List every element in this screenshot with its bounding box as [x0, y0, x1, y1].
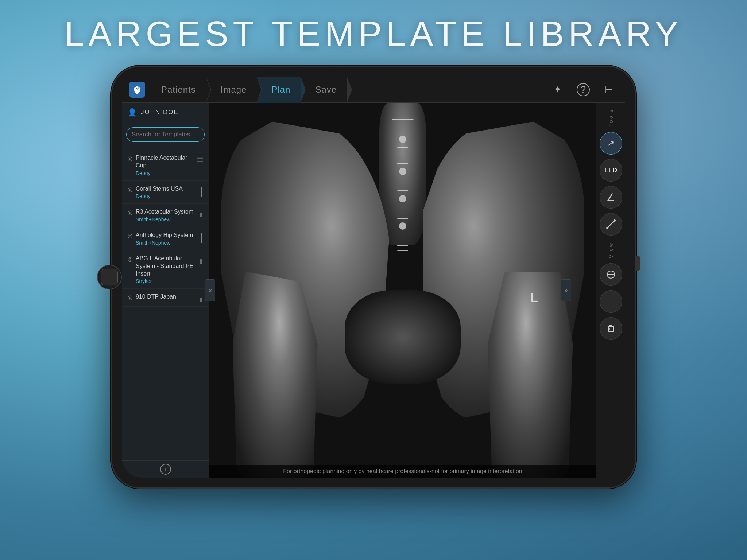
tools-panel: Tools ↖ LLD ∠	[596, 103, 625, 478]
template-info: R3 Acetabular System Smith+Nephew	[136, 208, 196, 222]
template-implant-icon: 𝄙	[197, 154, 203, 164]
template-name: 910 DTP Japan	[136, 293, 196, 301]
template-implant-icon: |	[201, 232, 203, 243]
tools-label: Tools	[608, 106, 614, 130]
ruler-mark	[388, 222, 417, 230]
template-name: Corail Stems USA	[136, 185, 198, 193]
patient-name: JOHN DOE	[141, 109, 179, 116]
nav-bar: Patients Image Plan Save	[122, 77, 625, 103]
tab-patients[interactable]: Patients	[151, 77, 206, 103]
template-list: ◎ Pinnacle Acetabular Cup Depuy 𝄙 ◎ Cor	[122, 147, 209, 460]
view-label: View	[608, 239, 614, 261]
ruler-mark	[388, 163, 417, 164]
ipad-home-button[interactable]	[97, 265, 122, 289]
scroll-circle: ↓	[160, 464, 171, 475]
template-bullet: ◎	[128, 232, 133, 239]
xray-label-l: L	[530, 290, 538, 306]
template-bullet: ◎	[128, 294, 133, 301]
ruler-mark	[388, 168, 417, 175]
ruler-handle[interactable]	[399, 222, 406, 230]
ruler-handle[interactable]	[399, 195, 406, 202]
ruler-bar	[397, 250, 408, 251]
template-brand: Stryker	[136, 278, 196, 284]
template-info: ABG II Acetabular System - Standard PE I…	[136, 255, 196, 284]
tab-save[interactable]: Save	[301, 77, 347, 103]
ruler-handle[interactable]	[399, 168, 406, 175]
question-icon: ?	[577, 83, 590, 96]
ruler-bar	[397, 190, 408, 191]
template-name: Pinnacle Acetabular Cup	[136, 154, 194, 170]
expand-tools-button[interactable]: »	[561, 279, 571, 301]
list-item[interactable]: ◎ Anthology Hip System Smith+Nephew |	[122, 227, 209, 250]
search-box[interactable]: 🔍	[126, 127, 205, 142]
angle-tool-button[interactable]: ∠	[600, 186, 622, 209]
template-brand: Smith+Nephew	[136, 240, 198, 246]
ipad-side-button[interactable]	[636, 256, 640, 271]
template-name: ABG II Acetabular System - Standard PE I…	[136, 255, 196, 277]
template-brand: Depuy	[136, 193, 198, 199]
template-implant-icon: ╻	[199, 255, 203, 264]
ipad-screen: Patients Image Plan Save	[122, 77, 625, 478]
ruler-mark	[388, 218, 417, 219]
sidebar-collapse-button[interactable]: «	[205, 279, 215, 301]
tab-image[interactable]: Image	[206, 77, 257, 103]
template-bullet: ◎	[128, 155, 133, 162]
ruler-mark	[388, 136, 417, 143]
delete-icon	[606, 324, 616, 333]
svg-rect-5	[608, 327, 614, 332]
delete-tool-button[interactable]	[600, 317, 622, 340]
scroll-indicator: ↓	[122, 460, 209, 478]
ipad-frame: Patients Image Plan Save	[111, 66, 636, 489]
ipad-home-inner	[101, 269, 118, 285]
lld-tool-button[interactable]: LLD	[600, 159, 622, 182]
ruler-bar	[392, 119, 414, 120]
ruler-bar	[397, 218, 408, 219]
disclaimer: For orthopedic planning only by healthca…	[209, 465, 596, 478]
cursor-tool-button[interactable]: ↖	[600, 132, 622, 155]
page-title: LARGEST TEMPLATE LIBRARY	[0, 14, 747, 54]
line-icon	[606, 219, 616, 229]
expand-icon: »	[564, 287, 568, 294]
template-bullet: ◎	[128, 186, 133, 193]
logo-icon	[133, 85, 142, 94]
template-brand: Depuy	[136, 170, 194, 176]
logout-icon: ⊢	[605, 84, 613, 95]
template-name: Anthology Hip System	[136, 232, 198, 239]
template-implant-icon: ╻	[199, 293, 203, 302]
list-item[interactable]: ◎ 910 DTP Japan ╻	[122, 289, 209, 307]
template-implant-icon: |	[201, 185, 203, 197]
line-tool-button[interactable]	[600, 213, 622, 236]
template-bullet: ◎	[128, 209, 133, 216]
list-item[interactable]: ◎ R3 Acetabular System Smith+Nephew ╻	[122, 204, 209, 227]
patient-header: 👤 JOHN DOE	[122, 103, 209, 122]
angle-icon: ∠	[606, 191, 615, 203]
list-item[interactable]: ◎ Pinnacle Acetabular Cup Depuy 𝄙	[122, 150, 209, 181]
search-input[interactable]	[132, 131, 209, 138]
circle-icon	[606, 269, 616, 280]
tab-plan[interactable]: Plan	[257, 77, 301, 103]
tab-arrow-plan	[301, 77, 305, 102]
lightbulb-button[interactable]: ✦	[549, 81, 567, 99]
circle-tool-button[interactable]	[600, 263, 622, 286]
xray-area: L	[209, 103, 596, 478]
sidebar: 👤 JOHN DOE 🔍 ◎ Pinnacl	[122, 103, 209, 478]
logout-button[interactable]: ⊢	[600, 81, 618, 99]
ruler-overlay	[388, 118, 417, 252]
left-femur	[233, 272, 318, 478]
nav-tabs: Patients Image Plan Save	[151, 77, 549, 103]
text-tool-button[interactable]	[600, 290, 622, 313]
patient-icon: 👤	[128, 108, 137, 117]
cursor-icon: ↖	[606, 138, 615, 149]
lld-label: LLD	[604, 167, 617, 174]
ruler-mark	[388, 250, 417, 251]
template-info: 910 DTP Japan	[136, 293, 196, 302]
pubic-area	[345, 290, 461, 384]
list-item[interactable]: ◎ ABG II Acetabular System - Standard PE…	[122, 250, 209, 289]
app-logo[interactable]	[129, 82, 145, 98]
ruler-handle[interactable]	[399, 136, 406, 143]
ruler-mark	[388, 147, 417, 148]
svg-point-1	[606, 227, 608, 229]
svg-line-0	[607, 221, 615, 228]
help-button[interactable]: ?	[574, 81, 592, 99]
list-item[interactable]: ◎ Corail Stems USA Depuy |	[122, 181, 209, 204]
